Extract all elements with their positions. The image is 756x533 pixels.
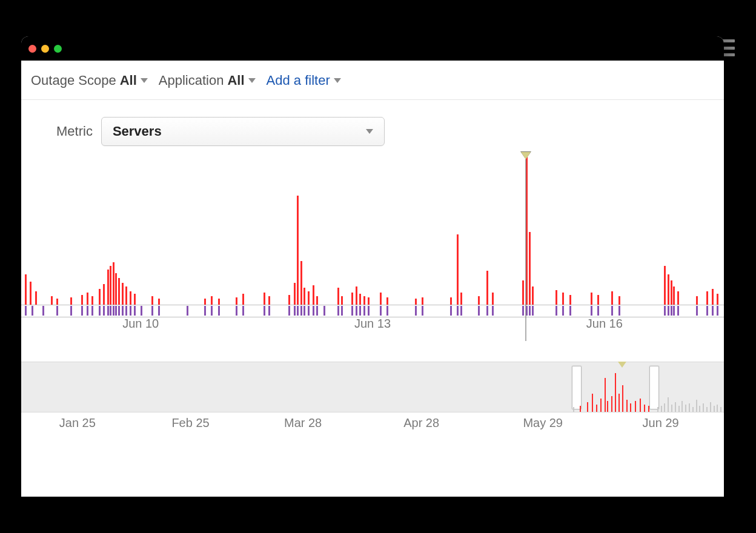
overview-bar (706, 407, 708, 412)
chart-bar (300, 261, 302, 305)
chart-bar (107, 270, 109, 305)
chevron-down-icon (334, 78, 341, 83)
window-minimize-button[interactable] (41, 45, 49, 53)
event-tick (673, 306, 675, 316)
chart-bar (664, 266, 666, 305)
add-filter-button[interactable]: Add a filter (267, 73, 341, 88)
filter-application-label: Application (159, 73, 224, 88)
event-tick (297, 306, 299, 316)
event-tick (294, 306, 296, 316)
chart-bar (115, 273, 117, 305)
chart-bar (415, 299, 417, 305)
overview-bar (668, 397, 669, 412)
event-tick (591, 306, 592, 316)
event-tick (288, 306, 290, 316)
chart-bar (706, 291, 708, 305)
chart-bar (562, 293, 564, 305)
filter-outage-scope[interactable]: Outage Scope All (31, 73, 148, 88)
chart-bar (70, 297, 72, 305)
range-handle-left[interactable] (572, 366, 582, 409)
chart-bar (363, 296, 365, 305)
event-tick (113, 306, 114, 316)
event-tick (130, 306, 131, 316)
overview-bar (615, 373, 616, 412)
metric-select[interactable]: Servers (101, 117, 385, 146)
window-close-button[interactable] (28, 45, 36, 53)
overview-x-tick-label: Mar 28 (284, 416, 322, 430)
metric-select-value: Servers (113, 124, 162, 139)
event-tick (107, 306, 109, 316)
overview-strip[interactable] (21, 362, 724, 412)
app-window: Outage Scope All Application All Add a f… (21, 36, 724, 497)
metric-row: Metric Servers (21, 100, 724, 151)
overview-bar (644, 405, 645, 412)
main-chart[interactable]: Jun 10Jun 13Jun 16 (21, 156, 724, 362)
overview-bar (592, 394, 593, 412)
chart-bar (125, 286, 127, 305)
overview-bar (720, 407, 721, 412)
event-tick (522, 306, 524, 316)
chart-bar (122, 283, 124, 305)
event-tick (415, 306, 417, 316)
chart-bar (450, 297, 452, 305)
overview-bar (681, 401, 683, 412)
event-tick (42, 306, 44, 316)
event-tick (187, 306, 188, 316)
event-tick (671, 306, 672, 316)
event-tick (569, 306, 571, 316)
chart-bar (386, 297, 388, 305)
chart-bar (696, 296, 698, 305)
chart-bar (668, 274, 669, 305)
overview-bar (703, 403, 704, 412)
event-tick (351, 306, 353, 316)
overview-bar (622, 385, 623, 412)
chart-bar (712, 289, 714, 305)
event-tick (368, 306, 370, 316)
filter-application[interactable]: Application All (159, 73, 256, 88)
filter-bar: Outage Scope All Application All Add a f… (21, 61, 724, 100)
overview-bar (640, 399, 641, 412)
event-tick (532, 306, 534, 316)
chart-bar (422, 297, 423, 305)
chart-bar (359, 294, 361, 305)
overview-x-tick-label: Jan 25 (59, 416, 96, 430)
chart-bar (130, 291, 131, 305)
chart-bar (25, 274, 27, 305)
chart-bar (478, 296, 480, 305)
overview-bar (689, 403, 690, 412)
overview-bar (605, 378, 606, 412)
chart-bar (671, 280, 672, 305)
chart-bar (555, 290, 557, 305)
chart-bar (368, 297, 370, 305)
event-tick (460, 306, 462, 316)
x-tick-label: Jun 16 (586, 317, 623, 331)
event-tick (25, 306, 27, 316)
event-tick (380, 306, 382, 316)
event-tick (158, 306, 160, 316)
event-tick (478, 306, 480, 316)
chart-bar (457, 234, 459, 305)
chart-bar (56, 299, 58, 305)
event-tick (386, 306, 388, 316)
overview-chart[interactable]: Jan 25Feb 25Mar 28Apr 28May 29Jun 29 (21, 362, 724, 434)
overview-bar (717, 405, 718, 412)
event-tick (218, 306, 220, 316)
chart-bar (337, 288, 339, 305)
event-tick (99, 306, 101, 316)
chevron-down-icon (141, 78, 148, 83)
window-titlebar (21, 36, 724, 61)
event-tick (91, 306, 93, 316)
event-tick (141, 306, 142, 316)
event-tick (134, 306, 136, 316)
chart-bar (351, 293, 353, 305)
overview-marker-icon (618, 362, 626, 368)
chart-bar (268, 296, 270, 305)
range-handle-right[interactable] (649, 366, 659, 409)
chart-bar (151, 296, 153, 305)
window-zoom-button[interactable] (54, 45, 62, 53)
x-tick-label: Jun 13 (354, 317, 391, 331)
event-tick (242, 306, 244, 316)
event-tick (125, 306, 127, 316)
chart-bar (380, 293, 382, 305)
overview-bar (685, 405, 686, 412)
